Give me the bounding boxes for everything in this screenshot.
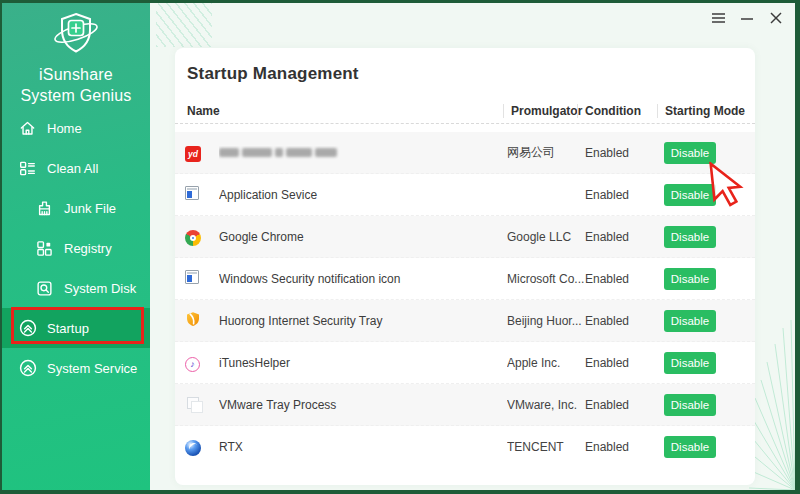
startup-name: Huorong Internet Security Tray	[219, 314, 507, 328]
decorative-hatch-pattern	[156, 3, 212, 47]
shield-logo-icon	[38, 11, 114, 61]
startup-condition: Enabled	[585, 356, 657, 370]
startup-promulgator: 网易公司	[507, 144, 585, 161]
startup-condition: Enabled	[585, 146, 657, 160]
app-logo: iSunshare System Genius	[2, 11, 150, 106]
column-header-starting-mode: Starting Mode	[657, 104, 755, 118]
disable-button[interactable]: Disable	[664, 394, 716, 416]
column-header-condition: Condition	[577, 104, 657, 118]
clean-all-icon	[18, 159, 37, 178]
column-header-promulgator: Promulgator	[503, 104, 577, 118]
home-icon	[18, 119, 37, 138]
sidebar: iSunshare System Genius Home Clean All J…	[2, 3, 150, 490]
system-service-icon	[18, 359, 37, 378]
itunes-icon: ♪	[185, 357, 200, 372]
disable-button[interactable]: Disable	[664, 310, 716, 332]
startup-condition: Enabled	[585, 314, 657, 328]
startup-name: Google Chrome	[219, 230, 507, 244]
startup-name: iTunesHelper	[219, 356, 507, 370]
startup-promulgator: Apple Inc.	[507, 356, 585, 370]
vmware-icon	[187, 397, 199, 409]
table-row: Google Chrome Google LLC Enabled Disable	[175, 216, 755, 258]
minimize-icon[interactable]	[740, 11, 754, 25]
startup-promulgator: TENCENT	[507, 440, 585, 454]
chrome-icon	[185, 230, 201, 246]
sidebar-item-registry[interactable]: Registry	[2, 228, 150, 268]
startup-condition: Enabled	[585, 230, 657, 244]
app-window: iSunshare System Genius Home Clean All J…	[0, 0, 800, 494]
page-title: Startup Management	[175, 48, 755, 84]
sidebar-item-home[interactable]: Home	[2, 108, 150, 148]
startup-condition: Enabled	[585, 188, 657, 202]
app-name-line1: iSunshare	[2, 64, 150, 85]
window-controls	[711, 11, 783, 25]
startup-name: VMware Tray Process	[219, 398, 507, 412]
disable-button[interactable]: Disable	[664, 226, 716, 248]
redacted-name	[219, 148, 337, 157]
startup-name: RTX	[219, 440, 507, 454]
menu-icon[interactable]	[711, 11, 725, 25]
sidebar-item-junk-file[interactable]: Junk File	[2, 188, 150, 228]
table-row: Windows Security notification icon Micro…	[175, 258, 755, 300]
close-icon[interactable]	[769, 11, 783, 25]
startup-name	[219, 146, 507, 160]
disable-button[interactable]: Disable	[664, 184, 716, 206]
startup-condition: Enabled	[585, 440, 657, 454]
disable-button[interactable]: Disable	[664, 142, 716, 164]
sidebar-item-system-disk[interactable]: System Disk	[2, 268, 150, 308]
disable-button[interactable]: Disable	[664, 268, 716, 290]
startup-condition: Enabled	[585, 272, 657, 286]
rtx-icon	[185, 440, 201, 456]
table-header: Name Promulgator Condition Starting Mode	[175, 98, 755, 124]
huorong-shield-icon	[185, 311, 201, 327]
disable-button[interactable]: Disable	[664, 436, 716, 458]
system-disk-icon	[35, 279, 54, 298]
startup-icon	[18, 319, 37, 338]
windows-app-icon	[185, 186, 199, 200]
registry-icon	[35, 239, 54, 258]
startup-promulgator: VMware, Inc.	[507, 398, 585, 412]
startup-condition: Enabled	[585, 398, 657, 412]
startup-name: Application Sevice	[219, 188, 507, 202]
main-panel: Startup Management Name Promulgator Cond…	[175, 48, 755, 485]
sidebar-item-startup[interactable]: Startup	[2, 308, 150, 348]
table-row: Application Sevice Enabled Disable	[175, 174, 755, 216]
table-row: RTX TENCENT Enabled Disable	[175, 426, 755, 468]
sidebar-menu: Home Clean All Junk File Registry System…	[2, 108, 150, 388]
app-name-line2: System Genius	[2, 85, 150, 106]
startup-table: yd 网易公司 Enabled Disable Application Sevi…	[175, 132, 755, 468]
table-row: Huorong Internet Security Tray Beijing H…	[175, 300, 755, 342]
junk-file-icon	[35, 199, 54, 218]
disable-button[interactable]: Disable	[664, 352, 716, 374]
sidebar-item-system-service[interactable]: System Service	[2, 348, 150, 388]
startup-name: Windows Security notification icon	[219, 272, 507, 286]
windows-app-icon	[185, 270, 199, 284]
table-row: ♪ iTunesHelper Apple Inc. Enabled Disabl…	[175, 342, 755, 384]
decorative-fan-pattern	[749, 320, 795, 490]
column-header-name: Name	[187, 104, 503, 118]
table-row: VMware Tray Process VMware, Inc. Enabled…	[175, 384, 755, 426]
youdao-app-icon: yd	[185, 146, 201, 162]
startup-promulgator: Beijing Huor...	[507, 314, 585, 328]
table-row: yd 网易公司 Enabled Disable	[175, 132, 755, 174]
sidebar-item-clean-all[interactable]: Clean All	[2, 148, 150, 188]
startup-promulgator: Microsoft Co...	[507, 272, 585, 286]
startup-promulgator: Google LLC	[507, 230, 585, 244]
